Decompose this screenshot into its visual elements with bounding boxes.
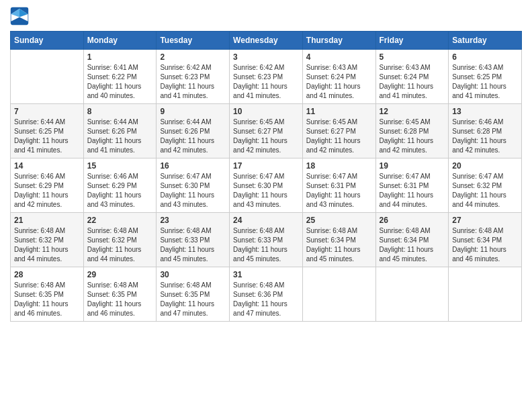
day-info: Sunrise: 6:43 AMSunset: 6:24 PMDaylight:… <box>306 63 372 101</box>
column-header-tuesday: Tuesday <box>157 32 230 50</box>
calendar-cell <box>449 267 522 322</box>
day-number: 23 <box>160 216 226 225</box>
calendar-cell: 23Sunrise: 6:48 AMSunset: 6:33 PMDayligh… <box>157 213 230 267</box>
calendar-cell <box>375 267 449 322</box>
calendar-cell: 10Sunrise: 6:45 AMSunset: 6:27 PMDayligh… <box>230 104 303 158</box>
day-info: Sunrise: 6:41 AMSunset: 6:22 PMDaylight:… <box>87 63 153 101</box>
calendar-week-row: 21Sunrise: 6:48 AMSunset: 6:32 PMDayligh… <box>11 213 522 267</box>
day-number: 13 <box>452 107 518 116</box>
calendar-cell: 29Sunrise: 6:48 AMSunset: 6:35 PMDayligh… <box>83 267 157 322</box>
calendar-cell: 17Sunrise: 6:47 AMSunset: 6:30 PMDayligh… <box>230 158 303 213</box>
day-number: 17 <box>233 161 299 171</box>
column-header-monday: Monday <box>83 32 157 50</box>
calendar-cell: 5Sunrise: 6:43 AMSunset: 6:24 PMDaylight… <box>375 50 449 104</box>
calendar-cell: 19Sunrise: 6:47 AMSunset: 6:31 PMDayligh… <box>375 158 449 213</box>
day-number: 29 <box>87 270 153 279</box>
calendar-cell: 24Sunrise: 6:48 AMSunset: 6:33 PMDayligh… <box>230 213 303 267</box>
day-number: 20 <box>452 161 518 171</box>
calendar-week-row: 28Sunrise: 6:48 AMSunset: 6:35 PMDayligh… <box>11 267 522 322</box>
calendar-cell: 12Sunrise: 6:45 AMSunset: 6:28 PMDayligh… <box>375 104 449 158</box>
day-info: Sunrise: 6:48 AMSunset: 6:35 PMDaylight:… <box>87 281 153 318</box>
day-number: 9 <box>160 107 226 116</box>
day-number: 15 <box>87 161 153 171</box>
column-header-thursday: Thursday <box>302 32 375 50</box>
day-number: 3 <box>233 52 299 62</box>
day-number: 30 <box>160 270 226 279</box>
day-info: Sunrise: 6:44 AMSunset: 6:26 PMDaylight:… <box>87 118 153 155</box>
day-info: Sunrise: 6:47 AMSunset: 6:30 PMDaylight:… <box>233 172 299 210</box>
header <box>10 7 522 26</box>
day-info: Sunrise: 6:47 AMSunset: 6:32 PMDaylight:… <box>452 172 518 210</box>
day-info: Sunrise: 6:44 AMSunset: 6:26 PMDaylight:… <box>160 118 226 155</box>
calendar-cell: 28Sunrise: 6:48 AMSunset: 6:35 PMDayligh… <box>11 267 84 322</box>
calendar-cell: 30Sunrise: 6:48 AMSunset: 6:35 PMDayligh… <box>157 267 230 322</box>
calendar-cell: 4Sunrise: 6:43 AMSunset: 6:24 PMDaylight… <box>302 50 375 104</box>
day-info: Sunrise: 6:46 AMSunset: 6:29 PMDaylight:… <box>14 172 80 210</box>
day-number: 25 <box>306 216 372 225</box>
calendar-cell <box>302 267 375 322</box>
column-header-sunday: Sunday <box>11 32 84 50</box>
calendar-cell: 15Sunrise: 6:46 AMSunset: 6:29 PMDayligh… <box>83 158 157 213</box>
day-number: 31 <box>233 270 299 279</box>
calendar-header-row: SundayMondayTuesdayWednesdayThursdayFrid… <box>11 32 522 50</box>
logo <box>10 7 32 26</box>
day-number: 2 <box>160 52 226 62</box>
day-info: Sunrise: 6:44 AMSunset: 6:25 PMDaylight:… <box>14 118 80 155</box>
day-info: Sunrise: 6:48 AMSunset: 6:34 PMDaylight:… <box>380 226 445 264</box>
day-info: Sunrise: 6:48 AMSunset: 6:33 PMDaylight:… <box>160 226 226 264</box>
calendar-cell: 14Sunrise: 6:46 AMSunset: 6:29 PMDayligh… <box>11 158 84 213</box>
day-number: 1 <box>87 52 153 62</box>
day-info: Sunrise: 6:48 AMSunset: 6:35 PMDaylight:… <box>160 281 226 318</box>
day-info: Sunrise: 6:42 AMSunset: 6:23 PMDaylight:… <box>233 63 299 101</box>
calendar-week-row: 7Sunrise: 6:44 AMSunset: 6:25 PMDaylight… <box>11 104 522 158</box>
day-number: 4 <box>306 52 372 62</box>
day-number: 28 <box>14 270 80 279</box>
calendar-table: SundayMondayTuesdayWednesdayThursdayFrid… <box>10 31 522 322</box>
day-number: 11 <box>306 107 372 116</box>
day-number: 7 <box>14 107 80 116</box>
day-info: Sunrise: 6:47 AMSunset: 6:31 PMDaylight:… <box>306 172 372 210</box>
calendar-cell: 18Sunrise: 6:47 AMSunset: 6:31 PMDayligh… <box>302 158 375 213</box>
day-info: Sunrise: 6:46 AMSunset: 6:28 PMDaylight:… <box>452 118 518 155</box>
day-number: 24 <box>233 216 299 225</box>
calendar-cell: 25Sunrise: 6:48 AMSunset: 6:34 PMDayligh… <box>302 213 375 267</box>
day-info: Sunrise: 6:48 AMSunset: 6:36 PMDaylight:… <box>233 281 299 318</box>
calendar-cell: 26Sunrise: 6:48 AMSunset: 6:34 PMDayligh… <box>375 213 449 267</box>
day-info: Sunrise: 6:47 AMSunset: 6:30 PMDaylight:… <box>160 172 226 210</box>
calendar-cell: 7Sunrise: 6:44 AMSunset: 6:25 PMDaylight… <box>11 104 84 158</box>
day-info: Sunrise: 6:45 AMSunset: 6:27 PMDaylight:… <box>306 118 372 155</box>
day-info: Sunrise: 6:43 AMSunset: 6:24 PMDaylight:… <box>380 63 445 101</box>
day-number: 19 <box>380 161 445 171</box>
calendar-cell: 3Sunrise: 6:42 AMSunset: 6:23 PMDaylight… <box>230 50 303 104</box>
day-number: 8 <box>87 107 153 116</box>
calendar-cell: 16Sunrise: 6:47 AMSunset: 6:30 PMDayligh… <box>157 158 230 213</box>
calendar-cell: 6Sunrise: 6:43 AMSunset: 6:25 PMDaylight… <box>449 50 522 104</box>
day-info: Sunrise: 6:48 AMSunset: 6:34 PMDaylight:… <box>452 226 518 264</box>
day-info: Sunrise: 6:45 AMSunset: 6:27 PMDaylight:… <box>233 118 299 155</box>
column-header-wednesday: Wednesday <box>230 32 303 50</box>
calendar-cell: 21Sunrise: 6:48 AMSunset: 6:32 PMDayligh… <box>11 213 84 267</box>
day-info: Sunrise: 6:48 AMSunset: 6:35 PMDaylight:… <box>14 281 80 318</box>
day-info: Sunrise: 6:46 AMSunset: 6:29 PMDaylight:… <box>87 172 153 210</box>
day-number: 22 <box>87 216 153 225</box>
calendar-cell: 9Sunrise: 6:44 AMSunset: 6:26 PMDaylight… <box>157 104 230 158</box>
calendar-cell <box>11 50 84 104</box>
day-info: Sunrise: 6:48 AMSunset: 6:32 PMDaylight:… <box>14 226 80 264</box>
calendar-cell: 31Sunrise: 6:48 AMSunset: 6:36 PMDayligh… <box>230 267 303 322</box>
day-number: 27 <box>452 216 518 225</box>
calendar-cell: 20Sunrise: 6:47 AMSunset: 6:32 PMDayligh… <box>449 158 522 213</box>
day-info: Sunrise: 6:45 AMSunset: 6:28 PMDaylight:… <box>380 118 445 155</box>
calendar-week-row: 14Sunrise: 6:46 AMSunset: 6:29 PMDayligh… <box>11 158 522 213</box>
day-number: 21 <box>14 216 80 225</box>
day-info: Sunrise: 6:47 AMSunset: 6:31 PMDaylight:… <box>380 172 445 210</box>
page: SundayMondayTuesdayWednesdayThursdayFrid… <box>0 0 532 411</box>
calendar-cell: 22Sunrise: 6:48 AMSunset: 6:32 PMDayligh… <box>83 213 157 267</box>
day-info: Sunrise: 6:43 AMSunset: 6:25 PMDaylight:… <box>452 63 518 101</box>
calendar-cell: 1Sunrise: 6:41 AMSunset: 6:22 PMDaylight… <box>83 50 157 104</box>
calendar-cell: 27Sunrise: 6:48 AMSunset: 6:34 PMDayligh… <box>449 213 522 267</box>
calendar-cell: 8Sunrise: 6:44 AMSunset: 6:26 PMDaylight… <box>83 104 157 158</box>
day-number: 18 <box>306 161 372 171</box>
day-number: 12 <box>380 107 445 116</box>
day-info: Sunrise: 6:48 AMSunset: 6:34 PMDaylight:… <box>306 226 372 264</box>
calendar-cell: 11Sunrise: 6:45 AMSunset: 6:27 PMDayligh… <box>302 104 375 158</box>
